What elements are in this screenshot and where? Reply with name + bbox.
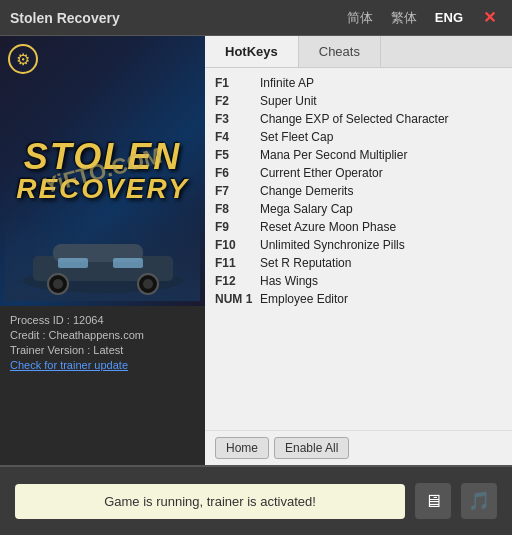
process-id: Process ID : 12064: [10, 314, 195, 326]
app-title: Stolen Recovery: [10, 10, 120, 26]
svg-point-6: [143, 279, 153, 289]
hotkey-row[interactable]: F2Super Unit: [215, 92, 502, 110]
logo-stolen: STOLEN: [24, 139, 181, 175]
hotkey-row[interactable]: F4Set Fleet Cap: [215, 128, 502, 146]
hotkey-key: NUM 1: [215, 292, 260, 306]
title-bar: Stolen Recovery 简体 繁体 ENG ✕: [0, 0, 512, 36]
hotkey-key: F12: [215, 274, 260, 288]
hotkey-label: Has Wings: [260, 274, 318, 288]
monitor-icon[interactable]: 🖥: [415, 483, 451, 519]
tab-hotkeys[interactable]: HotKeys: [205, 36, 299, 67]
hotkey-key: F7: [215, 184, 260, 198]
svg-rect-7: [58, 258, 88, 268]
hotkey-label: Super Unit: [260, 94, 317, 108]
hotkey-label: Reset Azure Moon Phase: [260, 220, 396, 234]
hotkey-label: Set Fleet Cap: [260, 130, 333, 144]
hotkey-label: Set R Reputation: [260, 256, 351, 270]
home-row: Home Enable All: [205, 430, 512, 465]
lang-english[interactable]: ENG: [431, 8, 467, 27]
logo-recovery: RECOVERY: [16, 175, 189, 203]
game-logo: ⚙ STOLEN RECOVERY: [0, 36, 205, 306]
hotkey-key: F9: [215, 220, 260, 234]
hotkey-row[interactable]: F8Mega Salary Cap: [215, 200, 502, 218]
hotkey-key: F5: [215, 148, 260, 162]
close-button[interactable]: ✕: [477, 6, 502, 29]
music-icon[interactable]: 🎵: [461, 483, 497, 519]
enable-all-button[interactable]: Enable All: [274, 437, 349, 459]
update-link[interactable]: Check for trainer update: [10, 359, 195, 371]
logo-icon: ⚙: [8, 44, 38, 74]
hotkey-label: Mega Salary Cap: [260, 202, 353, 216]
hotkey-key: F10: [215, 238, 260, 252]
hotkey-row[interactable]: F7Change Demerits: [215, 182, 502, 200]
svg-point-5: [53, 279, 63, 289]
hotkey-row[interactable]: F3Change EXP of Selected Character: [215, 110, 502, 128]
hotkey-row[interactable]: F5Mana Per Second Multiplier: [215, 146, 502, 164]
car-area: [5, 211, 200, 301]
hotkey-row[interactable]: F12Has Wings: [215, 272, 502, 290]
hotkey-row[interactable]: F10Unlimited Synchronize Pills: [215, 236, 502, 254]
hotkey-key: F4: [215, 130, 260, 144]
hotkey-label: Change EXP of Selected Character: [260, 112, 449, 126]
hotkey-row[interactable]: F9Reset Azure Moon Phase: [215, 218, 502, 236]
lang-traditional[interactable]: 繁体: [387, 7, 421, 29]
main-content: ⚙ STOLEN RECOVERY: [0, 36, 512, 465]
hotkey-key: F11: [215, 256, 260, 270]
credit: Credit : Cheathappens.com: [10, 329, 195, 341]
hotkeys-list: F1Infinite APF2Super UnitF3Change EXP of…: [205, 68, 512, 430]
svg-rect-8: [113, 258, 143, 268]
tab-cheats[interactable]: Cheats: [299, 36, 381, 67]
hotkey-label: Mana Per Second Multiplier: [260, 148, 407, 162]
hotkey-key: F6: [215, 166, 260, 180]
hotkey-key: F1: [215, 76, 260, 90]
hotkey-label: Infinite AP: [260, 76, 314, 90]
language-bar: 简体 繁体 ENG ✕: [343, 6, 502, 29]
hotkey-label: Change Demerits: [260, 184, 353, 198]
hotkey-label: Unlimited Synchronize Pills: [260, 238, 405, 252]
hotkey-key: F8: [215, 202, 260, 216]
hotkey-label: Current Ether Operator: [260, 166, 383, 180]
right-panel: HotKeys Cheats F1Infinite APF2Super Unit…: [205, 36, 512, 465]
hotkey-row[interactable]: NUM 1Employee Editor: [215, 290, 502, 308]
hotkey-row[interactable]: F11Set R Reputation: [215, 254, 502, 272]
home-button[interactable]: Home: [215, 437, 269, 459]
hotkey-row[interactable]: F6Current Ether Operator: [215, 164, 502, 182]
trainer-version: Trainer Version : Latest: [10, 344, 195, 356]
hotkey-key: F3: [215, 112, 260, 126]
hotkey-label: Employee Editor: [260, 292, 348, 306]
status-message: Game is running, trainer is activated!: [15, 484, 405, 519]
hotkey-row[interactable]: F1Infinite AP: [215, 74, 502, 92]
bottom-bar: Game is running, trainer is activated! 🖥…: [0, 465, 512, 535]
lang-simplified[interactable]: 简体: [343, 7, 377, 29]
info-panel: Process ID : 12064 Credit : Cheathappens…: [0, 306, 205, 379]
hotkey-key: F2: [215, 94, 260, 108]
game-image: ⚙ STOLEN RECOVERY: [0, 36, 205, 306]
left-panel: ⚙ STOLEN RECOVERY: [0, 36, 205, 465]
tabs-bar: HotKeys Cheats: [205, 36, 512, 68]
